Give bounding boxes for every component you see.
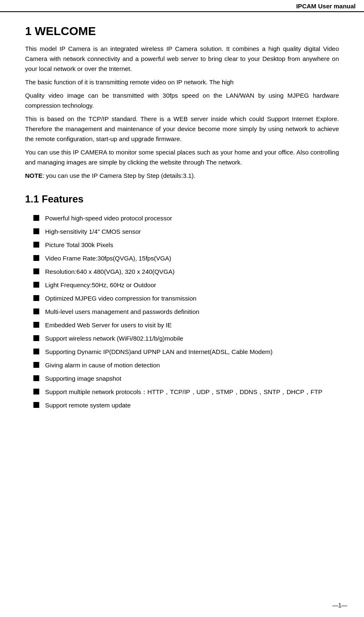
page-footer: —1— [332,602,347,609]
section1-paragraph-2: The basic function of it is transmitting… [25,77,339,87]
bullet-icon [33,362,39,368]
bullet-icon [33,215,39,221]
note-text: : you can use the IP Camera Step by Step… [43,172,196,179]
feature-text: Support wireless network (WiFi/802.11/b/… [45,334,183,344]
bullet-icon [33,335,39,341]
section1-paragraph-4: This is based on the TCP/IP standard. Th… [25,114,339,144]
bullet-icon [33,282,39,288]
list-item: Support remote system update [33,400,339,410]
list-item: Support wireless network (WiFi/802.11/b/… [33,334,339,344]
feature-text: Support remote system update [45,400,131,410]
bullet-icon [33,322,39,328]
feature-text: Light Frequency:50Hz, 60Hz or Outdoor [45,280,156,290]
feature-text: Supporting Dynamic IP(DDNS)and UPNP LAN … [45,347,273,357]
section1-title: 1 WELCOME [25,25,339,38]
list-item: Multi-level users management and passwor… [33,307,339,317]
list-item: Video Frame Rate:30fps(QVGA), 15fps(VGA) [33,253,339,263]
page-header: IPCAM User manual [0,0,364,12]
bullet-icon [33,349,39,354]
list-item: Giving alarm in cause of motion detectio… [33,360,339,370]
feature-text: Supporting image snapshot [45,374,121,384]
section1-paragraph-1: This model IP Camera is an integrated wi… [25,44,339,74]
list-item: Supporting image snapshot [33,374,339,384]
bullet-icon [33,389,39,394]
note-bold: NOTE [25,172,43,179]
list-item: Resolution:640 x 480(VGA), 320 x 240(QVG… [33,267,339,277]
section11-title: 1.1 Features [25,193,339,205]
list-item: Embedded Web Server for users to visit b… [33,320,339,330]
section1-note: NOTE: you can use the IP Camera Step by … [25,171,339,181]
bullet-icon [33,308,39,314]
section1-paragraph-3: Quality video image can be transmitted w… [25,91,339,111]
section1-paragraph-5: You can use this IP CAMERA to monitor so… [25,147,339,167]
list-item: Optimized MJPEG video compression for tr… [33,293,339,303]
feature-text: Resolution:640 x 480(VGA), 320 x 240(QVG… [45,267,174,277]
bullet-icon [33,295,39,301]
bullet-icon [33,268,39,274]
header-title: IPCAM User manual [296,3,356,10]
feature-text: Powerful high-speed video protocol proce… [45,213,172,223]
feature-text: Video Frame Rate:30fps(QVGA), 15fps(VGA) [45,253,171,263]
list-item: Light Frequency:50Hz, 60Hz or Outdoor [33,280,339,290]
list-item: Support multiple network protocols：HTTP，… [33,387,339,397]
features-list: Powerful high-speed video protocol proce… [25,213,339,410]
list-item: High-sensitivity 1/4" CMOS sensor [33,227,339,237]
feature-text: Embedded Web Server for users to visit b… [45,320,172,330]
bullet-icon [33,228,39,234]
page-number: —1— [332,602,347,609]
bullet-icon [33,375,39,381]
bullet-icon [33,242,39,248]
feature-text: Giving alarm in cause of motion detectio… [45,360,160,370]
page-content: 1 WELCOME This model IP Camera is an int… [0,12,364,439]
feature-text: Optimized MJPEG video compression for tr… [45,293,197,303]
list-item: Supporting Dynamic IP(DDNS)and UPNP LAN … [33,347,339,357]
feature-text: Multi-level users management and passwor… [45,307,199,317]
feature-text: High-sensitivity 1/4" CMOS sensor [45,227,141,237]
bullet-icon [33,255,39,261]
bullet-icon [33,402,39,408]
feature-text: Support multiple network protocols：HTTP，… [45,387,322,397]
feature-text: Picture Total 300k Pixels [45,240,113,250]
list-item: Picture Total 300k Pixels [33,240,339,250]
list-item: Powerful high-speed video protocol proce… [33,213,339,223]
